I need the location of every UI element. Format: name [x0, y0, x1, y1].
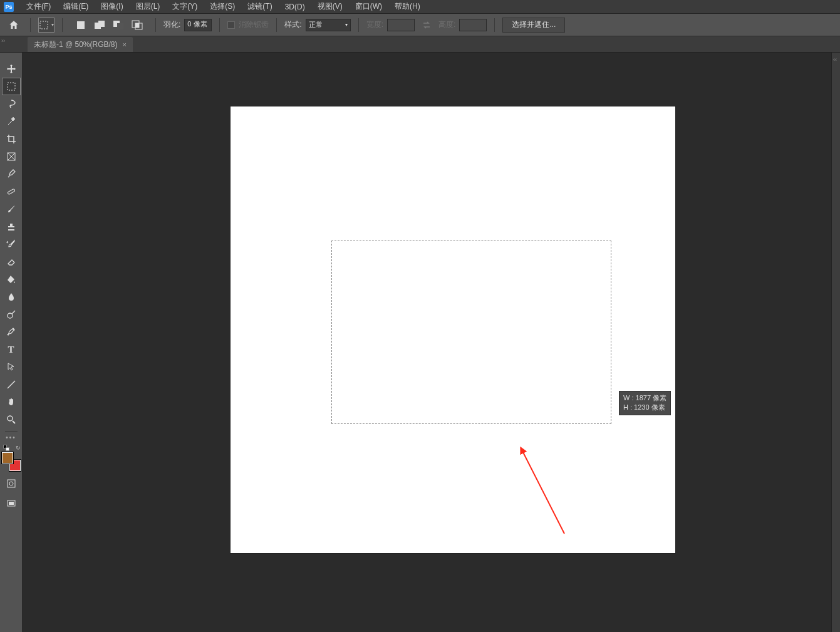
- screen-mode-button[interactable]: [2, 495, 21, 512]
- type-icon: T: [8, 344, 14, 355]
- separator: [358, 18, 359, 32]
- separator: [5, 431, 18, 432]
- screen-mode-icon: [6, 499, 16, 509]
- svg-line-16: [8, 381, 15, 388]
- close-icon[interactable]: ×: [123, 41, 127, 48]
- dimensions-tooltip: W : 1877 像素 H : 1230 像素: [619, 391, 671, 415]
- selection-new-button[interactable]: [73, 18, 89, 33]
- selection-intersect-icon: [132, 20, 143, 30]
- arrow-cursor-icon: [6, 362, 16, 372]
- swap-wh-button: [418, 18, 435, 33]
- crop-icon: [6, 134, 16, 144]
- svg-line-18: [13, 421, 15, 423]
- document-tab-bar: 未标题-1 @ 50%(RGB/8) ×: [0, 36, 840, 53]
- separator: [155, 18, 156, 32]
- dodge-icon: [6, 309, 16, 319]
- selection-intersect-button[interactable]: [129, 18, 145, 33]
- select-and-mask-button[interactable]: 选择并遮住...: [502, 18, 565, 33]
- svg-line-15: [12, 311, 15, 314]
- svg-point-17: [8, 416, 13, 421]
- eyedropper-icon: [6, 169, 16, 179]
- quick-mask-button[interactable]: [2, 475, 21, 492]
- menu-type[interactable]: 文字(Y): [166, 0, 204, 14]
- menu-window[interactable]: 窗口(W): [349, 0, 388, 14]
- color-swatches[interactable]: ↻: [2, 452, 21, 471]
- svg-point-14: [8, 313, 13, 318]
- svg-rect-1: [77, 21, 85, 29]
- home-button[interactable]: [5, 18, 23, 33]
- selection-new-icon: [76, 20, 86, 30]
- svg-rect-9: [8, 83, 15, 90]
- selection-subtract-button[interactable]: [110, 18, 127, 33]
- feather-label: 羽化:: [163, 19, 180, 30]
- chevron-left-icon: ‹‹: [833, 56, 837, 63]
- feather-input[interactable]: 0 像素: [184, 19, 212, 31]
- zoom-tool[interactable]: [2, 411, 21, 428]
- height-label: 高度:: [438, 19, 455, 30]
- menu-3d[interactable]: 3D(D): [279, 1, 311, 13]
- right-panel-collapsed[interactable]: ‹‹: [831, 53, 840, 632]
- expand-handle-icon[interactable]: ››: [1, 38, 9, 43]
- line-icon: [6, 380, 16, 390]
- quick-select-tool[interactable]: [2, 113, 21, 130]
- healing-tool[interactable]: [2, 183, 21, 200]
- lasso-icon: [6, 99, 16, 109]
- selection-add-button[interactable]: [91, 18, 108, 33]
- marquee-tool-preset[interactable]: ▾: [38, 18, 54, 33]
- tooltip-width: W : 1877 像素: [623, 393, 666, 403]
- eraser-icon: [6, 257, 16, 267]
- document-tab[interactable]: 未标题-1 @ 50%(RGB/8) ×: [28, 37, 133, 52]
- pen-icon: [6, 327, 16, 337]
- separator: [219, 18, 220, 32]
- stamp-tool[interactable]: [2, 218, 21, 236]
- edit-toolbar-button[interactable]: •••: [6, 434, 16, 441]
- svg-rect-0: [40, 21, 48, 29]
- menu-image[interactable]: 图像(I): [95, 0, 129, 14]
- gradient-tool[interactable]: [2, 271, 21, 288]
- menu-bar: Ps 文件(F) 编辑(E) 图像(I) 图层(L) 文字(Y) 选择(S) 滤…: [0, 0, 840, 14]
- history-brush-tool[interactable]: [2, 236, 21, 253]
- default-colors-button[interactable]: [3, 445, 9, 451]
- brush-tool[interactable]: [2, 200, 21, 218]
- svg-point-20: [9, 482, 13, 485]
- blur-tool[interactable]: [2, 288, 21, 306]
- hand-tool[interactable]: [2, 393, 21, 411]
- path-select-tool[interactable]: [2, 358, 21, 376]
- lasso-tool[interactable]: [2, 95, 21, 113]
- menu-help[interactable]: 帮助(H): [388, 0, 427, 14]
- marquee-tool[interactable]: [2, 78, 21, 95]
- menu-select[interactable]: 选择(S): [204, 0, 241, 14]
- menu-file[interactable]: 文件(F): [20, 0, 57, 14]
- svg-rect-5: [117, 23, 123, 29]
- quick-mask-icon: [6, 479, 16, 489]
- separator: [276, 18, 277, 32]
- style-value: 正常: [309, 20, 323, 29]
- menu-filter[interactable]: 滤镜(T): [241, 0, 278, 14]
- menu-view[interactable]: 视图(V): [311, 0, 349, 14]
- marquee-icon: [6, 81, 16, 91]
- pen-tool[interactable]: [2, 323, 21, 341]
- shape-tool[interactable]: [2, 376, 21, 393]
- eraser-tool[interactable]: [2, 253, 21, 271]
- menu-edit[interactable]: 编辑(E): [57, 0, 95, 14]
- frame-tool[interactable]: [2, 148, 21, 165]
- chevron-down-icon: ▾: [51, 22, 54, 28]
- chevron-down-icon: ▾: [345, 22, 348, 28]
- crop-tool[interactable]: [2, 130, 21, 148]
- swap-colors-button[interactable]: ↻: [16, 445, 21, 451]
- foreground-color[interactable]: [2, 452, 13, 464]
- wand-icon: [6, 117, 16, 127]
- canvas-area[interactable]: W : 1877 像素 H : 1230 像素: [23, 53, 831, 632]
- eyedropper-tool[interactable]: [2, 165, 21, 183]
- dodge-tool[interactable]: [2, 306, 21, 323]
- selection-add-icon: [94, 20, 105, 30]
- move-tool[interactable]: [2, 60, 21, 78]
- style-select[interactable]: 正常 ▾: [306, 19, 351, 31]
- type-tool[interactable]: T: [2, 341, 21, 358]
- svg-rect-19: [8, 480, 15, 487]
- tools-panel: T ••• ↻: [0, 53, 23, 632]
- swap-icon: [422, 21, 431, 29]
- style-label: 样式:: [284, 19, 301, 30]
- menu-layer[interactable]: 图层(L): [130, 0, 167, 14]
- zoom-icon: [6, 415, 16, 425]
